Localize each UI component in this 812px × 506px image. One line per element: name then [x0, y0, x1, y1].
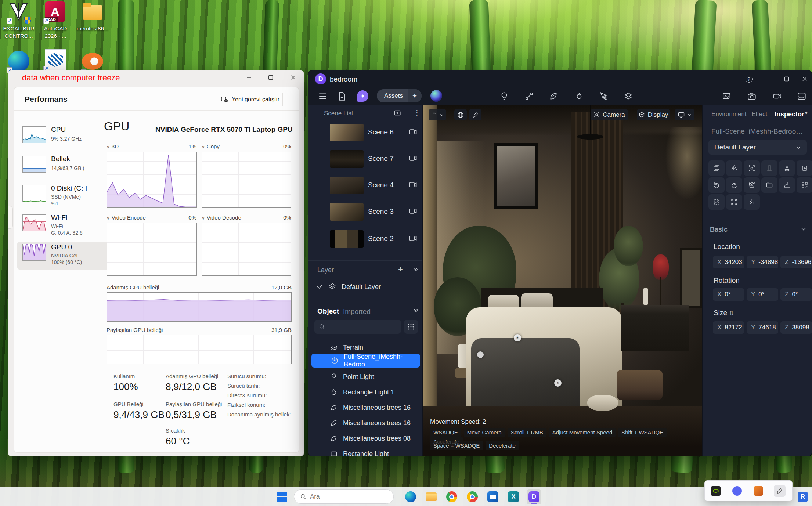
assets-button[interactable]: Assets ✦ — [377, 89, 422, 102]
layer-dropdown[interactable]: Default Layer — [708, 140, 807, 155]
close-button[interactable] — [797, 72, 812, 86]
fire-effect-tool-icon[interactable] — [574, 91, 585, 102]
select-similar-button[interactable] — [797, 177, 812, 193]
ai-sparkle-icon[interactable]: ✦ — [804, 110, 809, 116]
material-ball-icon[interactable] — [430, 90, 442, 102]
light-gizmo-icon[interactable]: ☀ — [514, 334, 521, 341]
scene-thumbnail[interactable] — [330, 177, 364, 194]
collapse-layer-icon[interactable] — [413, 266, 419, 274]
tree-item-misc-trees-16a[interactable]: Miscellaneous trees 16 — [308, 401, 423, 415]
default-layer-row[interactable]: Default Layer — [342, 283, 381, 291]
taskbar-chrome-icon[interactable] — [444, 489, 459, 504]
scene-thumbnail[interactable] — [330, 203, 364, 221]
taskbar-chrome-beta-icon[interactable] — [465, 489, 480, 504]
mirror-button[interactable] — [726, 160, 742, 176]
path-tool-icon[interactable] — [524, 91, 535, 102]
scene-camera-icon[interactable] — [409, 208, 417, 216]
desktop-icon-memtest86[interactable]: memtest86... — [74, 1, 111, 32]
add-to-assets-button[interactable] — [797, 160, 812, 176]
sidebar-item-cpu[interactable]: CPU 9% 3,27 GHz — [17, 124, 109, 152]
maximize-button[interactable] — [262, 70, 279, 85]
location-x-field[interactable]: X34203 — [713, 256, 744, 268]
object-search-input[interactable] — [314, 320, 401, 334]
taskbar-search[interactable] — [294, 489, 394, 504]
pen-tray-icon[interactable] — [774, 485, 786, 497]
tree-item-full-scene[interactable]: Full-Scene_iMeshh-Bedroo... — [311, 354, 420, 368]
layers-tool-icon[interactable] — [623, 91, 634, 102]
app-tray-icon[interactable] — [753, 485, 764, 497]
minimize-button[interactable] — [241, 70, 257, 85]
render-image-icon[interactable] — [721, 91, 732, 102]
sidebar-item-disk[interactable]: 0 Diski (C: I SSD (NVMe) %1 — [17, 183, 109, 211]
scatter-particles-button[interactable] — [744, 194, 760, 210]
size-x-field[interactable]: X82172 — [713, 321, 744, 334]
maximize-button[interactable] — [779, 72, 794, 86]
scene-camera-icon[interactable] — [409, 155, 417, 163]
basic-section-header[interactable]: Basic — [710, 226, 728, 234]
nav-rail-tab[interactable] — [8, 206, 13, 229]
scene-row-7[interactable]: Scene 7 — [308, 150, 423, 174]
select-add-tool-icon[interactable] — [598, 91, 609, 102]
tree-item-rectangle-light-1[interactable]: Rectangle Light 1 — [308, 385, 423, 399]
tree-item-point-light[interactable]: Point Light — [308, 370, 423, 384]
help-button[interactable]: ? — [741, 72, 757, 86]
discord-tray-icon[interactable] — [731, 485, 743, 497]
object-tab[interactable]: Object — [317, 307, 339, 315]
rotate-ccw-button[interactable] — [708, 177, 725, 193]
close-button[interactable] — [285, 70, 302, 85]
scene-row-4[interactable]: Scene 4 — [308, 177, 423, 201]
taskbar-tray-r-icon[interactable]: R — [795, 489, 810, 504]
tree-item-misc-trees-08[interactable]: Miscellaneous trees 08 — [308, 431, 423, 445]
rotate-cw-button[interactable] — [726, 177, 742, 193]
light-tool-icon[interactable] — [499, 91, 510, 102]
location-y-field[interactable]: Y-34898 — [747, 256, 778, 268]
scene-camera-icon[interactable] — [409, 235, 417, 243]
tree-item-terrain[interactable]: Terrain — [308, 340, 423, 354]
world-coords-button[interactable] — [454, 109, 467, 120]
minimize-button[interactable] — [760, 72, 776, 86]
collapse-object-icon[interactable] — [413, 307, 419, 315]
monitor-preview-button[interactable] — [675, 109, 694, 120]
rotation-y-field[interactable]: Y0° — [747, 288, 778, 301]
tree-item-rectangle-light[interactable]: Rectangle Light — [308, 447, 423, 456]
taskbar-d5-render-icon[interactable]: D — [527, 489, 541, 504]
open-folder-button[interactable] — [761, 177, 777, 193]
photo-camera-icon[interactable] — [746, 91, 757, 102]
sidebar-item-memory[interactable]: Bellek 14,9/63,7 GB ( — [17, 153, 109, 181]
search-input[interactable] — [310, 493, 380, 500]
size-z-field[interactable]: Z38098 — [780, 321, 812, 334]
place-on-ground-button[interactable] — [779, 160, 795, 176]
taskbar-mail-app-icon[interactable] — [486, 489, 500, 504]
ai-assistant-icon[interactable]: ✦ — [357, 90, 368, 102]
ai-assets-sparkle-icon[interactable]: ✦ — [408, 89, 422, 102]
link-scale-icon[interactable]: ⇅ — [729, 310, 734, 316]
sidebar-item-gpu0[interactable]: GPU 0 NVIDIA GeF... 100% (60 °C) — [17, 242, 109, 270]
focus-button[interactable] — [744, 160, 760, 176]
tab-environment[interactable]: Environment — [711, 111, 746, 118]
nvidia-tray-icon[interactable] — [710, 485, 722, 497]
run-new-task-button[interactable]: Yeni görevi çalıştır — [217, 93, 283, 106]
transform-tool-button[interactable] — [429, 109, 446, 120]
add-scene-icon[interactable] — [394, 109, 402, 119]
rotation-x-field[interactable]: X0° — [713, 288, 744, 301]
camera-view-button[interactable]: Camera — [591, 109, 628, 120]
desktop-icon-autocad[interactable]: A CAD ↗ AutoCAD2026 - ... — [37, 1, 74, 39]
align-button[interactable] — [761, 160, 777, 176]
light-gizmo-icon[interactable] — [477, 351, 484, 358]
light-gizmo-icon[interactable]: ☀ — [554, 379, 562, 387]
scene-row-6[interactable]: Scene 6 — [308, 124, 423, 148]
scene-thumbnail[interactable] — [330, 124, 364, 141]
scene-thumbnail[interactable] — [330, 230, 364, 248]
rotation-z-field[interactable]: Z0° — [780, 288, 812, 301]
imported-tab[interactable]: Imported — [343, 308, 371, 316]
add-layer-icon[interactable]: + — [398, 265, 403, 274]
menu-hamburger-icon[interactable] — [317, 91, 328, 102]
layer-visible-check-icon[interactable] — [317, 283, 323, 291]
chevron-down-icon[interactable] — [801, 227, 806, 233]
scene-row-3[interactable]: Scene 3 — [308, 203, 423, 227]
desktop-icon-excalibur[interactable]: ↗ EXCALIBURCONTRO... — [0, 1, 37, 39]
taskbar-edge-icon[interactable] — [403, 489, 418, 504]
sidebar-item-wifi[interactable]: Wi-Fi Wi-Fi G: 0,4 A: 32,6 — [17, 212, 109, 240]
desktop-icon-edge[interactable]: ↗ — [0, 51, 37, 72]
scene-row-2[interactable]: Scene 2 — [308, 230, 423, 254]
